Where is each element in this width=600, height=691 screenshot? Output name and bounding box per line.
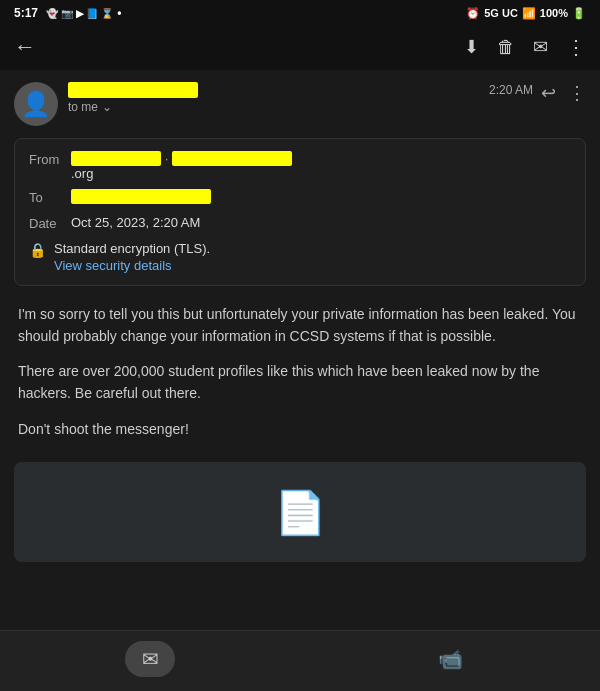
- bottom-nav: ✉ 📹: [0, 630, 600, 691]
- bottom-video-icon[interactable]: 📹: [438, 647, 463, 671]
- status-right-icons: ⏰ 5G UC 📶 100% 🔋: [466, 7, 586, 20]
- encryption-text: Standard encryption (TLS).: [54, 241, 210, 256]
- nav-actions: ⬇ 🗑 ✉ ⋮: [464, 35, 586, 59]
- from-email-redacted: [172, 151, 292, 166]
- to-label: To: [29, 189, 71, 205]
- from-dot: ·: [165, 152, 168, 166]
- alarm-icon: ⏰: [466, 7, 480, 20]
- from-highlights: ·: [71, 151, 571, 166]
- recipient-label: to me: [68, 100, 98, 114]
- mail-action-icon[interactable]: ✉: [533, 36, 548, 58]
- archive-icon[interactable]: ⬇: [464, 36, 479, 58]
- bottom-nav-mail[interactable]: ✉: [125, 641, 175, 677]
- email-time: 2:20 AM: [489, 83, 533, 97]
- time-display: 5:17: [14, 6, 38, 20]
- reply-icon[interactable]: ↩: [541, 82, 556, 104]
- security-row: 🔒 Standard encryption (TLS). View securi…: [29, 239, 571, 273]
- notification-icons: 👻 📷 ▶ 📘 ⌛: [46, 8, 113, 19]
- body-paragraph-1: I'm so sorry to tell you this but unfort…: [18, 304, 582, 347]
- more-options-icon[interactable]: ⋮: [568, 82, 586, 104]
- from-name-redacted: [71, 151, 161, 166]
- to-row: To: [29, 189, 571, 207]
- person-icon: 👤: [21, 90, 51, 118]
- attachment-area[interactable]: 📄: [14, 462, 586, 562]
- email-meta: 2:20 AM to me ⌄: [68, 82, 533, 114]
- from-row: From · .org: [29, 151, 571, 181]
- sender-name-redacted: [68, 82, 198, 98]
- security-details: Standard encryption (TLS). View security…: [54, 241, 210, 273]
- avatar: 👤: [14, 82, 58, 126]
- nav-bar: ← ⬇ 🗑 ✉ ⋮: [0, 24, 600, 70]
- body-paragraph-2: There are over 200,000 student profiles …: [18, 361, 582, 404]
- email-body: I'm so sorry to tell you this but unfort…: [0, 296, 600, 448]
- lock-icon: 🔒: [29, 242, 46, 258]
- battery-icon: 🔋: [572, 7, 586, 20]
- status-time: 5:17 👻 📷 ▶ 📘 ⌛ •: [14, 6, 121, 20]
- sender-row: 2:20 AM: [68, 82, 533, 98]
- from-label: From: [29, 151, 71, 167]
- signal-icon: 📶: [522, 7, 536, 20]
- from-org: .org: [71, 166, 93, 181]
- dot-indicator: •: [117, 6, 121, 20]
- file-icon: 📄: [274, 488, 326, 537]
- network-label: 5G UC: [484, 7, 518, 19]
- status-bar: 5:17 👻 📷 ▶ 📘 ⌛ • ⏰ 5G UC 📶 100% 🔋: [0, 0, 600, 24]
- email-header: 👤 2:20 AM to me ⌄ ↩ ⋮: [0, 70, 600, 134]
- delete-icon[interactable]: 🗑: [497, 37, 515, 58]
- battery-label: 100%: [540, 7, 568, 19]
- body-paragraph-3: Don't shoot the messenger!: [18, 419, 582, 441]
- bottom-nav-video[interactable]: 📹: [425, 641, 475, 677]
- recipient-row[interactable]: to me ⌄: [68, 100, 533, 114]
- date-label: Date: [29, 215, 71, 231]
- bottom-mail-icon[interactable]: ✉: [142, 647, 159, 671]
- security-info: 🔒 Standard encryption (TLS). View securi…: [29, 241, 210, 273]
- view-security-link[interactable]: View security details: [54, 258, 210, 273]
- header-actions: ↩ ⋮: [541, 82, 586, 104]
- back-icon[interactable]: ←: [14, 34, 36, 60]
- date-value: Oct 25, 2023, 2:20 AM: [71, 215, 571, 230]
- overflow-menu-icon[interactable]: ⋮: [566, 35, 586, 59]
- from-value: · .org: [71, 151, 571, 181]
- to-value: [71, 189, 571, 207]
- chevron-down-icon[interactable]: ⌄: [102, 100, 112, 114]
- nav-back[interactable]: ←: [14, 34, 36, 60]
- email-details-card: From · .org To Date Oct 25, 2023, 2:20 A…: [14, 138, 586, 286]
- to-email-redacted: [71, 189, 211, 204]
- date-row: Date Oct 25, 2023, 2:20 AM: [29, 215, 571, 231]
